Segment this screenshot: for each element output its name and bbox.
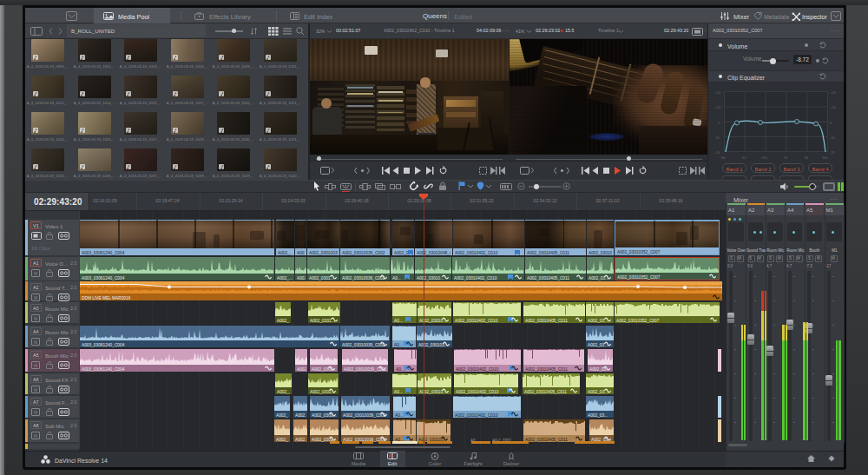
svg-text:-10: -10: [830, 135, 836, 140]
svg-text:-20: -20: [830, 150, 836, 155]
svg-text:250: 250: [761, 155, 768, 160]
svg-text:+20: +20: [714, 90, 721, 95]
svg-text:+10: +10: [830, 105, 837, 109]
svg-text:-10: -10: [714, 135, 720, 140]
svg-text:62: 62: [742, 155, 746, 160]
svg-text:+20: +20: [830, 90, 837, 95]
svg-text:Hz: Hz: [721, 155, 726, 160]
svg-text:-20: -20: [714, 150, 720, 155]
svg-text:+10: +10: [714, 105, 721, 109]
svg-text:16k: 16k: [822, 155, 829, 160]
